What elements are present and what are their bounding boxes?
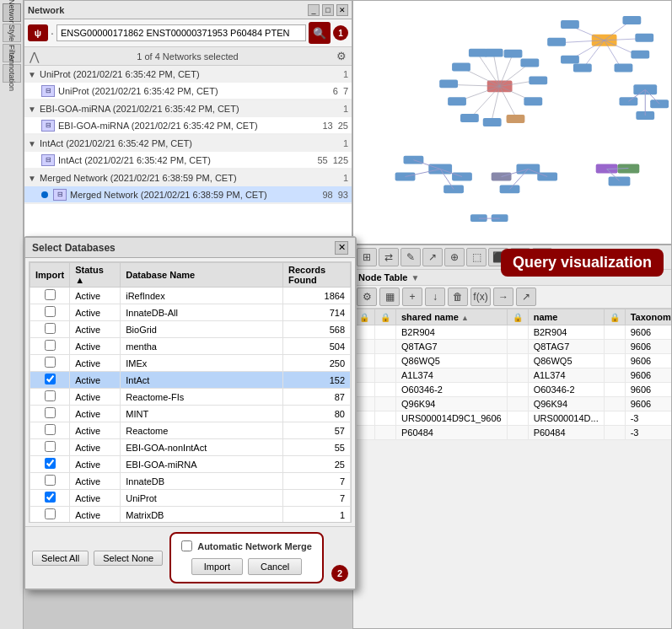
collapse-icon[interactable]: ⋀	[30, 50, 39, 63]
table-function-btn[interactable]: f(x)	[470, 288, 491, 306]
db-table-row[interactable]: Active EBI-GOA-nonIntAct 55	[30, 439, 351, 456]
select-none-button[interactable]: Select None	[94, 551, 163, 566]
db-table-row[interactable]: Active IntAct 152	[30, 372, 351, 389]
row-taxonomy: -3	[625, 426, 671, 440]
row-import-checkbox[interactable]	[30, 372, 70, 389]
table-row[interactable]: B2R904 B2R904 9606 hum...	[354, 325, 672, 340]
row-import-checkbox[interactable]	[30, 456, 70, 473]
sidebar-item-annotation[interactable]: Annotation	[3, 64, 21, 83]
tree-item-uniprot[interactable]: ⊟ UniProt (2021/02/21 6:35:42 PM, CET) 6…	[24, 83, 352, 99]
search-input[interactable]	[56, 24, 306, 41]
db-table-row[interactable]: Active BioGrid 568	[30, 321, 351, 338]
tree-group-header-uniprot[interactable]: ▼ UniProt (2021/02/21 6:35:42 PM, CET) 1	[24, 66, 352, 83]
num2: 125	[333, 155, 348, 165]
row-import-checkbox[interactable]	[30, 439, 70, 456]
row-import-checkbox[interactable]	[30, 304, 70, 321]
row-import-checkbox[interactable]	[30, 389, 70, 406]
row-cell	[604, 397, 625, 411]
row-cell	[354, 325, 375, 340]
col-name[interactable]: name	[528, 309, 604, 325]
tree-item-ebi[interactable]: ⊟ EBI-GOA-miRNA (2021/02/21 6:35:42 PM, …	[24, 117, 352, 134]
db-table-row[interactable]: Active IMEx 250	[30, 355, 351, 372]
table-row[interactable]: Q96K94 Q96K94 9606 hum...	[354, 397, 672, 411]
svg-rect-16	[573, 64, 592, 73]
col-status[interactable]: Status ▲	[70, 263, 121, 288]
table-scroll-wrapper[interactable]: Import Status ▲ Database Name Records Fo…	[29, 261, 352, 523]
db-table-row[interactable]: Active MINT 80	[30, 406, 351, 422]
auto-merge-label: Automatic Network Merge	[197, 541, 312, 551]
import-button[interactable]: Import	[191, 558, 243, 575]
row-records: 87	[283, 389, 351, 406]
select-btn[interactable]: ⬚	[466, 248, 487, 266]
col-dbname[interactable]: Database Name	[121, 263, 283, 288]
svg-rect-12	[622, 16, 641, 24]
row-import-checkbox[interactable]	[30, 288, 70, 304]
table-export-btn[interactable]: →	[493, 288, 513, 306]
table-row[interactable]: Q86WQ5 Q86WQ5 9606 hum...	[354, 354, 672, 368]
col-shared-name[interactable]: shared name ▲	[396, 309, 508, 325]
col-taxonomy[interactable]: Taxonomy ID	[625, 309, 671, 325]
export-btn[interactable]: ↗	[422, 248, 443, 266]
db-table-row[interactable]: Active EBI-GOA-miRNA 25	[30, 456, 351, 473]
sidebar-item-network[interactable]: Network	[3, 3, 21, 22]
row-import-checkbox[interactable]	[30, 490, 70, 507]
table-row[interactable]: Q8TAG7 Q8TAG7 9606 hum...	[354, 340, 672, 354]
table-row[interactable]: P60484 P60484 -3 hum...	[354, 426, 672, 440]
db-table-row[interactable]: Active iRefIndex 1864	[30, 288, 351, 304]
select-all-button[interactable]: Select All	[32, 551, 89, 566]
row-import-checkbox[interactable]	[30, 422, 70, 439]
tree-item-merged[interactable]: ⊟ Merged Network (2021/02/21 6:38:59 PM,…	[24, 186, 352, 203]
table-row[interactable]: A1L374 A1L374 9606 hum...	[354, 368, 672, 383]
row-import-checkbox[interactable]	[30, 355, 70, 372]
db-table-row[interactable]: Active mentha 504	[30, 338, 351, 355]
node-table-dropdown[interactable]: ▼	[411, 273, 419, 282]
tree-group-header-ebi[interactable]: ▼ EBI-GOA-miRNA (2021/02/21 6:35:42 PM, …	[24, 100, 352, 117]
table-delete-btn[interactable]: 🗑	[448, 288, 468, 306]
row-cell	[604, 368, 625, 383]
table-row[interactable]: URS000014D9C1_9606 URS000014D... -3 hum.…	[354, 411, 672, 426]
item-name: UniProt (2021/02/21 6:35:42 PM, CET)	[58, 86, 330, 96]
close-btn[interactable]: ✕	[336, 4, 348, 16]
tree-group-header-merged[interactable]: ▼ Merged Network (2021/02/21 6:38:59 PM,…	[24, 169, 352, 186]
db-table-row[interactable]: Active MatrixDB 1	[30, 507, 351, 524]
row-import-checkbox[interactable]	[30, 507, 70, 524]
grid-view-btn[interactable]: ⊞	[357, 248, 377, 266]
svg-rect-42	[507, 115, 525, 123]
col-records[interactable]: Records Found	[283, 263, 351, 288]
table-export2-btn[interactable]: ↗	[516, 288, 536, 306]
share-btn[interactable]: ⇄	[379, 248, 399, 266]
db-table-row[interactable]: Active Reactome-FIs 87	[30, 389, 351, 406]
cancel-button[interactable]: Cancel	[248, 558, 302, 575]
row-cell	[507, 354, 528, 368]
item-nums: 6 7	[333, 86, 348, 96]
sidebar-item-style[interactable]: Style	[3, 24, 21, 42]
table-import-btn[interactable]: ↓	[425, 288, 445, 306]
db-table-row[interactable]: Active UniProt 7	[30, 490, 351, 507]
table-add-btn[interactable]: +	[402, 288, 422, 306]
row-import-checkbox[interactable]	[30, 338, 70, 355]
db-table-row[interactable]: Active Reactome 57	[30, 422, 351, 439]
dialog-close-btn[interactable]: ✕	[335, 241, 348, 255]
data-table-wrapper[interactable]: 🔒 🔒 shared name ▲ 🔒 name 🔒 Taxonomy ID B…	[353, 309, 671, 628]
db-table-row[interactable]: Active InnateDB 7	[30, 473, 351, 490]
row-import-checkbox[interactable]	[30, 406, 70, 422]
table-row[interactable]: O60346-2 O60346-2 9606 hum...	[354, 383, 672, 397]
table-col-btn[interactable]: ▦	[379, 288, 400, 306]
maximize-btn[interactable]: □	[322, 4, 334, 16]
db-table-row[interactable]: Active InnateDB-All 714	[30, 304, 351, 321]
row-db-name: UniProt	[121, 490, 283, 507]
auto-merge-checkbox[interactable]	[181, 540, 192, 551]
tree-item-intact[interactable]: ⊟ IntAct (2021/02/21 6:35:42 PM, CET) 55…	[24, 152, 352, 169]
table-settings-btn[interactable]: ⚙	[357, 288, 377, 306]
tree-group-header-intact[interactable]: ▼ IntAct (2021/02/21 6:35:42 PM, CET) 1	[24, 135, 352, 152]
selection-bar: ⋀ 1 of 4 Networks selected ⚙	[24, 47, 352, 66]
row-import-checkbox[interactable]	[30, 473, 70, 490]
edit-btn[interactable]: ✎	[401, 248, 421, 266]
row-name: B2R904	[528, 325, 604, 340]
crosshair-btn[interactable]: ⊕	[444, 248, 465, 266]
gear-icon[interactable]: ⚙	[336, 50, 347, 62]
search-button[interactable]: 🔍	[309, 22, 331, 44]
minimize-btn[interactable]: _	[308, 4, 320, 16]
svg-rect-18	[650, 99, 669, 108]
row-import-checkbox[interactable]	[30, 321, 70, 338]
